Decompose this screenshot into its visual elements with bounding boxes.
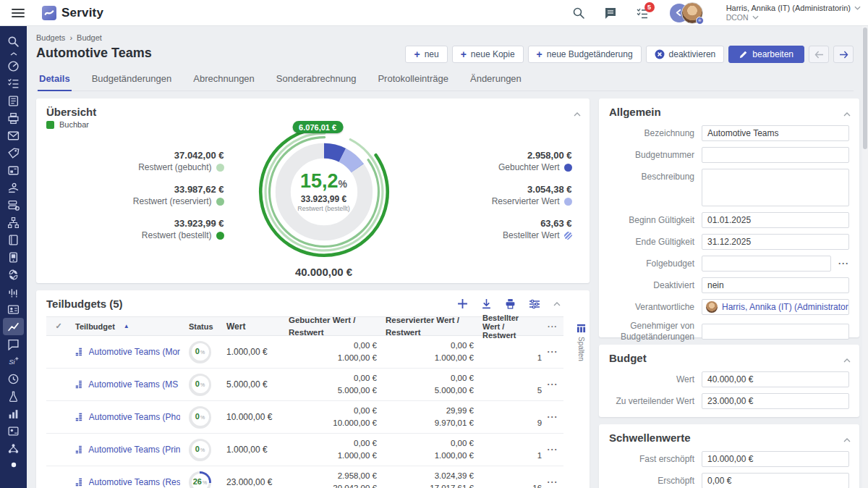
deaktiviert-field[interactable] <box>702 277 849 293</box>
sidebar-item-history[interactable] <box>3 370 24 387</box>
gebucht-cell: 2.958,00 €20.042,00 € <box>284 470 381 488</box>
subbudget-link[interactable]: Automotive Teams (Printer, Be... <box>88 445 180 455</box>
next-record-button[interactable] <box>833 46 854 63</box>
new-budget-change-button[interactable]: +neue Budgetänderung <box>528 46 642 63</box>
verantwortliche-link[interactable]: Harris, Annika (IT) (Administratorin) <box>722 302 849 312</box>
fast-erschoepft-field[interactable] <box>702 451 849 467</box>
genehmiger-field[interactable] <box>702 324 849 340</box>
tab-details[interactable]: Details <box>38 73 72 91</box>
sidebar-item-tasks[interactable] <box>3 75 24 92</box>
tab-budgetaenderungen[interactable]: Budgetänderungen <box>90 73 174 91</box>
row-actions-button[interactable]: ··· <box>542 412 563 422</box>
folgebudget-field[interactable] <box>702 256 831 272</box>
prev-record-button[interactable] <box>809 46 829 63</box>
collapse-panel-icon[interactable] <box>843 434 851 445</box>
sidebar-item-dashboard[interactable] <box>3 57 24 75</box>
sidebar-item-services[interactable] <box>3 179 24 196</box>
user-avatar-group[interactable]: ♔ <box>670 1 707 25</box>
new-copy-button[interactable]: +neue Kopie <box>452 46 524 63</box>
deactivate-button[interactable]: deaktivieren <box>646 46 725 63</box>
budgetnummer-field[interactable] <box>702 147 849 163</box>
scrollbar-thumb[interactable] <box>863 28 867 149</box>
collapse-panel-icon[interactable] <box>574 109 581 119</box>
folgebudget-more-icon[interactable]: ··· <box>838 258 849 269</box>
org-menu[interactable]: DCON <box>726 13 861 22</box>
subbudget-link[interactable]: Automotive Teams (Restbudg... <box>89 477 180 487</box>
tab-sonderabrechnung[interactable]: Sonderabrechnung <box>275 73 358 91</box>
bezeichnung-field[interactable] <box>702 125 849 141</box>
table-row[interactable]: Automotive Teams (Restbudg...26%23.000,0… <box>46 466 563 488</box>
header-actions-icon[interactable]: ··· <box>542 322 563 331</box>
col-wert[interactable]: Wert <box>222 321 284 332</box>
sidebar-item-orgchart[interactable] <box>3 214 24 231</box>
reserviert-cell: 29,99 €9.970,01 € <box>381 405 478 429</box>
edit-button[interactable]: bearbeiten <box>728 46 804 63</box>
subbudget-link[interactable]: Automotive Teams (Monitor, T... <box>89 347 180 357</box>
row-actions-button[interactable]: ··· <box>542 379 563 390</box>
sidebar-item-statistics[interactable] <box>3 405 24 422</box>
zu-verteilender-wert-field[interactable] <box>702 393 849 409</box>
sidebar-item-chat[interactable] <box>3 335 24 353</box>
col-reservierter[interactable]: Reservierter Wert / Restwert <box>381 314 478 338</box>
tab-aenderungen[interactable]: Änderungen <box>469 73 523 91</box>
sidebar-item-ai-si[interactable]: Si <box>3 353 24 370</box>
erschoepft-field[interactable] <box>702 473 849 488</box>
add-subbudget-icon[interactable] <box>457 298 468 309</box>
col-gebuchter[interactable]: Gebuchter Wert / Restwert <box>284 314 381 338</box>
sidebar-item-mail[interactable] <box>3 127 24 144</box>
sidebar-item-board[interactable] <box>3 161 24 179</box>
subbudget-link[interactable]: Automotive Teams (Phone, S... <box>89 412 180 422</box>
sidebar-item-tags[interactable] <box>3 144 24 161</box>
sidebar-item-contacts[interactable] <box>3 300 24 318</box>
sidebar-item-network[interactable] <box>3 439 24 457</box>
sidebar-item-book[interactable] <box>3 231 24 248</box>
beschreibung-field[interactable] <box>702 169 849 206</box>
chat-icon[interactable] <box>603 6 618 20</box>
table-row[interactable]: Automotive Teams (Monitor, T...0%1.000,0… <box>46 336 563 369</box>
table-row[interactable]: Automotive Teams (MS Projec...0%5.000,00… <box>46 369 563 401</box>
tab-protokolleintraege[interactable]: Protokolleinträge <box>376 73 450 91</box>
budget-wert-field[interactable] <box>702 371 849 387</box>
new-button[interactable]: +neu <box>405 46 447 63</box>
col-status[interactable]: Status <box>184 322 222 331</box>
verantwortliche-field[interactable]: Harris, Annika (IT) (Administratorin) <box>702 299 849 315</box>
tab-abrechnungen[interactable]: Abrechnungen <box>192 73 256 91</box>
sidebar-collapse-caret-icon[interactable] <box>3 50 24 57</box>
row-actions-button[interactable]: ··· <box>542 347 563 357</box>
collapse-panel-icon[interactable] <box>843 355 851 365</box>
sidebar-item-media[interactable] <box>3 422 24 439</box>
breadcrumb-budgets[interactable]: Budgets <box>36 33 65 42</box>
subbudget-link[interactable]: Automotive Teams (MS Projec... <box>88 379 180 390</box>
col-teilbudget[interactable]: Teilbudget▲ <box>71 322 184 331</box>
sidebar-item-devices[interactable] <box>3 248 24 266</box>
table-row[interactable]: Automotive Teams (Printer, Be...0%1.000,… <box>46 434 563 466</box>
user-menu[interactable]: Harris, Annika (IT) (Administratorin) <box>726 4 861 12</box>
table-settings-icon[interactable] <box>529 299 540 309</box>
beginn-gueltigkeit-field[interactable] <box>702 212 849 228</box>
collapse-panel-icon[interactable] <box>553 302 561 306</box>
menu-icon[interactable] <box>12 9 25 17</box>
app-logo[interactable]: Servity <box>42 6 103 20</box>
sidebar-item-printer[interactable] <box>3 109 24 127</box>
search-icon[interactable] <box>571 6 586 20</box>
ende-gueltigkeit-field[interactable] <box>702 234 849 250</box>
sidebar-search-icon[interactable] <box>3 33 24 50</box>
sidebar-item-news[interactable] <box>3 92 24 109</box>
tasks-icon[interactable]: 5 <box>635 6 650 20</box>
row-actions-button[interactable]: ··· <box>542 445 563 455</box>
sidebar-item-profile-partial[interactable] <box>3 457 24 474</box>
spalten-tab[interactable]: Spalten <box>574 324 588 361</box>
col-bestellter[interactable]: Bestellter Wert / Restwert <box>478 314 542 340</box>
sidebar-item-lab[interactable] <box>3 387 24 405</box>
select-all-check-icon[interactable]: ✓ <box>46 321 71 331</box>
sidebar-item-server[interactable] <box>3 196 24 214</box>
row-actions-button[interactable]: ··· <box>542 477 563 487</box>
collapse-panel-icon[interactable] <box>843 109 851 119</box>
sidebar-item-signals[interactable] <box>3 283 24 300</box>
table-row[interactable]: Automotive Teams (Phone, S...0%10.000,00… <box>46 401 563 434</box>
print-icon[interactable] <box>505 298 516 309</box>
sidebar-item-modules[interactable] <box>3 266 24 283</box>
download-icon[interactable] <box>481 298 492 309</box>
scrollbar[interactable] <box>862 26 868 488</box>
sidebar-item-budgets-active[interactable] <box>3 318 24 335</box>
